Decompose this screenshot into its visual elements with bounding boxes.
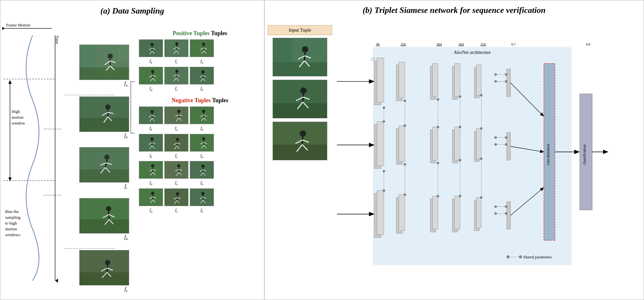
svg-text:AlexNet architecture: AlexNet architecture (454, 50, 490, 55)
negative-tuple-row-3 (139, 161, 261, 179)
svg-line-169 (153, 195, 153, 200)
svg-rect-229 (399, 62, 405, 98)
neg-img-tb3 (190, 161, 214, 179)
tuple-img-tc1 (164, 39, 188, 57)
svg-rect-146 (139, 161, 163, 179)
svg-point-317 (459, 159, 461, 161)
svg-point-274 (495, 212, 497, 215)
svg-point-311 (404, 163, 406, 165)
svg-rect-246 (399, 125, 405, 161)
frame-image-fc (79, 147, 129, 183)
svg-point-289 (507, 255, 510, 258)
svg-point-302 (459, 95, 461, 98)
neg-img-tb1 (139, 106, 163, 124)
svg-rect-28 (80, 45, 96, 67)
svg-text:Shared parameters: Shared parameters (523, 255, 552, 259)
svg-text:256: 256 (481, 42, 486, 46)
frames-column: fa (65, 17, 129, 299)
svg-text:384: 384 (437, 42, 442, 46)
negative-tuple-row-1 (139, 106, 261, 124)
svg-point-304 (459, 126, 461, 128)
svg-point-271 (495, 205, 497, 208)
svg-rect-39 (80, 169, 129, 183)
neg-img-td2 (190, 134, 214, 152)
svg-rect-111 (165, 107, 188, 124)
positive-tuples-title: Positive Tuples Tuples (139, 30, 261, 37)
svg-point-242 (505, 80, 507, 83)
svg-point-126 (150, 137, 154, 141)
svg-text:fc8: fc8 (586, 42, 591, 46)
tuple-img-tb2 (190, 67, 214, 85)
motion-area: Frame Motion Time High (0, 17, 65, 299)
svg-point-307 (480, 127, 482, 129)
neg-img-td1 (190, 106, 214, 124)
svg-point-140 (202, 137, 205, 140)
network-architecture-area: AlexNet architecture 96 256 384 384 256 … (337, 19, 640, 297)
right-panel-title: (b) Triplet Siamese network for sequence… (264, 4, 644, 17)
svg-point-259 (505, 143, 507, 145)
svg-marker-7 (8, 80, 12, 84)
svg-rect-253 (507, 133, 511, 160)
tuple-label-fc2: fc (164, 86, 188, 92)
bracket-area (129, 30, 136, 299)
svg-rect-244 (377, 121, 384, 165)
svg-point-299 (437, 98, 439, 101)
svg-point-273 (505, 205, 507, 208)
tuple-img-td1 (190, 39, 214, 57)
right-content: Input Tuple (264, 19, 644, 297)
tuples-column: Positive Tuples Tuples fb (136, 17, 264, 299)
svg-point-240 (495, 80, 497, 83)
svg-line-192 (304, 53, 305, 61)
svg-text:High: High (12, 109, 20, 114)
svg-text:motion: motion (5, 226, 17, 231)
svg-rect-263 (399, 195, 405, 230)
svg-point-22 (108, 54, 113, 59)
svg-point-310 (383, 189, 385, 192)
positive-tuple-row-1 (139, 39, 261, 57)
svg-line-141 (204, 140, 204, 145)
negative-tuples-title: Negative Tuples Tuples (139, 97, 261, 104)
svg-rect-189 (273, 62, 327, 76)
bracket-svg (129, 30, 136, 282)
left-panel: (a) Data Sampling (0, 0, 264, 300)
svg-point-320 (480, 158, 482, 160)
svg-rect-226 (374, 58, 377, 61)
input-frame-3 (273, 122, 327, 160)
svg-point-237 (495, 73, 497, 75)
svg-rect-31 (80, 118, 129, 132)
svg-line-148 (153, 167, 153, 172)
svg-text:Time: Time (55, 35, 60, 44)
svg-point-295 (383, 120, 385, 123)
frame-label-fa: fa (124, 81, 129, 87)
svg-rect-174 (165, 189, 188, 206)
frame-fb: fb (65, 96, 129, 139)
svg-point-21 (92, 67, 125, 77)
svg-rect-236 (507, 69, 511, 97)
frame-fa: fa (65, 45, 129, 87)
negative-tuple-row-4 (139, 188, 261, 206)
svg-rect-225 (377, 58, 384, 102)
svg-point-319 (459, 195, 461, 197)
svg-point-313 (404, 194, 406, 196)
svg-point-161 (201, 165, 205, 168)
svg-point-56 (105, 260, 110, 265)
positive-tuple-row-2 (139, 67, 261, 85)
svg-rect-139 (190, 134, 214, 152)
svg-point-119 (202, 110, 205, 113)
tuple-label-fd2: fd (139, 86, 163, 92)
svg-point-301 (437, 126, 439, 128)
svg-point-314 (437, 162, 439, 164)
frame-image-fb (79, 96, 129, 132)
svg-point-133 (176, 138, 179, 141)
svg-text:window: window (12, 121, 25, 125)
positive-tuple-labels-1: fb fc fd (139, 58, 261, 64)
svg-point-191 (302, 46, 308, 53)
svg-point-63 (150, 43, 154, 46)
neg-tuple-labels-2: fb fe fd (139, 153, 261, 159)
svg-point-308 (383, 170, 385, 172)
svg-rect-47 (80, 219, 129, 234)
svg-point-182 (201, 192, 205, 195)
svg-rect-269 (476, 197, 481, 228)
svg-rect-153 (165, 161, 188, 179)
svg-rect-233 (455, 64, 460, 97)
